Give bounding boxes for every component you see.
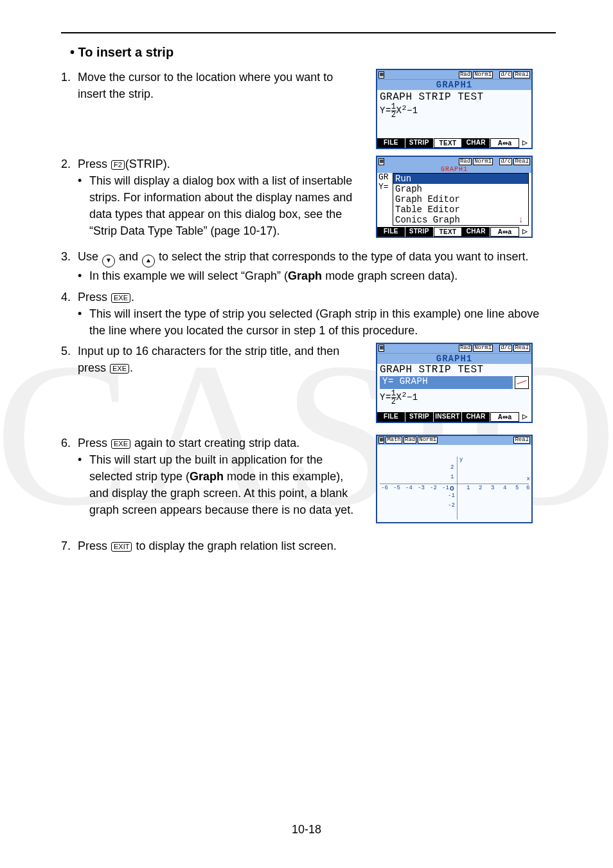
xtick: -2 [430,485,437,491]
t: . [131,291,134,303]
fig-body: GRAPH STRIP TEST Y=12X2−1 [377,90,531,138]
sk-char[interactable]: CHAR [462,412,490,422]
origin-label: O [450,485,454,493]
t: GR [378,173,393,183]
figure-2: ▦ Rad Norm1 d/c Real GRAPH1 GR Y= Run Gr… [376,156,533,238]
key-exe: EXE [110,364,129,374]
step-text: Use ▼ and ▲ to select the strip that cor… [78,248,556,267]
status-rad: Rad [404,437,416,444]
t: (STRIP). [125,158,170,170]
fig-title: GRAPH1 [377,353,531,364]
status-real: Real [513,158,530,165]
list-item[interactable]: Table Editor [393,204,528,215]
step-text: Press EXE again to start creating strip … [78,435,363,451]
step-3-sub: • In this example we will select “Graph”… [78,267,556,284]
list-item[interactable]: Conics Graph↓ [393,215,528,225]
xtick: 6 [526,485,529,491]
bullet: • [78,267,89,284]
status-norm: Norm1 [473,71,493,78]
sk-strip[interactable]: STRIP [405,138,434,148]
y-label: y [459,457,463,463]
dialog-header: GRAPH1 [377,166,531,173]
status-norm: Norm1 [473,158,493,165]
status-dc: d/c [499,345,512,352]
list-item[interactable]: Graph Editor [393,194,528,204]
t: again to start creating strip data. [131,437,299,449]
step-num: 2. [61,156,78,172]
sk-file[interactable]: FILE [377,138,405,148]
step-text: Move the cursor to the location where yo… [78,69,363,102]
step-num: 3. [61,248,78,267]
pre-col: GR Y= [377,173,393,227]
status-bar: ▦ Rad Norm1 d/c Real [377,344,531,353]
t: to display the graph relation list scree… [132,539,336,552]
step-5: 5. Input up to 16 characters for the str… [61,343,363,376]
list-item[interactable]: Run [393,174,528,184]
sk-text[interactable]: TEXT [434,138,463,148]
fig-eq: Y=12X2−1 [380,103,529,119]
sub-text: In this example we will select “Graph” (… [89,267,556,284]
step-text: Press F2(STRIP). [78,156,363,172]
section-heading: • To insert a strip [70,45,556,60]
scroll-down-icon[interactable]: ↓ [519,215,526,225]
sk-next[interactable]: ▷ [519,138,531,148]
sk-case[interactable]: A⇔a [490,227,519,237]
sub-text: This will insert the type of strip you s… [89,305,556,339]
sk-case[interactable]: A⇔a [490,412,519,422]
step-text: Input up to 16 characters for the strip … [78,343,363,376]
softkey-menu: FILE STRIP INSERT CHAR A⇔a ▷ [377,412,531,422]
t: Y= [378,183,393,192]
t: to select the strip that corresponds to … [155,250,528,263]
step-3: 3. Use ▼ and ▲ to select the strip that … [61,248,556,267]
t: Use [78,250,102,263]
sk-char[interactable]: CHAR [462,138,490,148]
t: Press [78,437,111,449]
page-number: 10-18 [0,823,613,836]
strip-list[interactable]: Run Graph Graph Editor Table Editor Coni… [393,173,529,226]
strip-title-field[interactable]: Y= GRAPH [380,376,513,389]
sk-next[interactable]: ▷ [519,412,531,422]
t: Graph [190,470,224,483]
sub-text: This will display a dialog box with a li… [89,172,363,239]
status-rad: Rad [459,158,472,165]
step-4: 4. Press EXE. [61,289,556,305]
bullet: • [78,172,89,239]
fig-title: GRAPH1 [377,79,531,90]
key-f2: F2 [111,160,125,170]
step-2-sub: • This will display a dialog box with a … [78,172,363,239]
t: Conics Graph [395,215,460,225]
fig-line: GRAPH STRIP TEST [380,91,529,103]
sk-next[interactable]: ▷ [519,227,531,237]
sk-char[interactable]: CHAR [462,227,490,237]
key-down: ▼ [102,255,115,267]
status-bar: ▦ Rad Norm1 d/c Real [377,70,531,79]
sk-text[interactable]: TEXT [434,227,463,237]
xtick: -6 [381,485,388,491]
ytick: 1 [450,474,454,480]
softkey-menu: FILE STRIP TEXT CHAR A⇔a ▷ [377,138,531,148]
xtick: 1 [466,485,470,491]
figure-4: ▦ Math Rad Norm1 Real y x O 2 1 -1 -2 -6 [376,435,533,523]
ytick: 2 [450,464,454,471]
sk-insert[interactable]: INSERT [434,412,462,422]
status-math: Math [386,437,402,444]
status-norm: Norm1 [418,437,438,444]
step-num: 4. [61,289,78,305]
sk-file[interactable]: FILE [377,227,405,237]
key-exit: EXIT [111,542,132,552]
status-rad: Rad [459,71,472,78]
xtick: 4 [503,485,506,491]
status-bar: ▦ Math Rad Norm1 Real [377,436,531,445]
section-title: To insert a strip [78,45,174,59]
t: Press [78,539,111,552]
step-num: 5. [61,343,78,376]
sk-strip[interactable]: STRIP [405,227,434,237]
sk-file[interactable]: FILE [377,412,405,422]
bullet: • [70,45,78,59]
t: Press [78,291,111,303]
sk-strip[interactable]: STRIP [405,412,434,422]
strip-entry[interactable]: Y= GRAPH [380,376,529,389]
t: . [130,361,133,374]
list-item[interactable]: Graph [393,184,528,194]
sk-case[interactable]: A⇔a [490,138,519,148]
